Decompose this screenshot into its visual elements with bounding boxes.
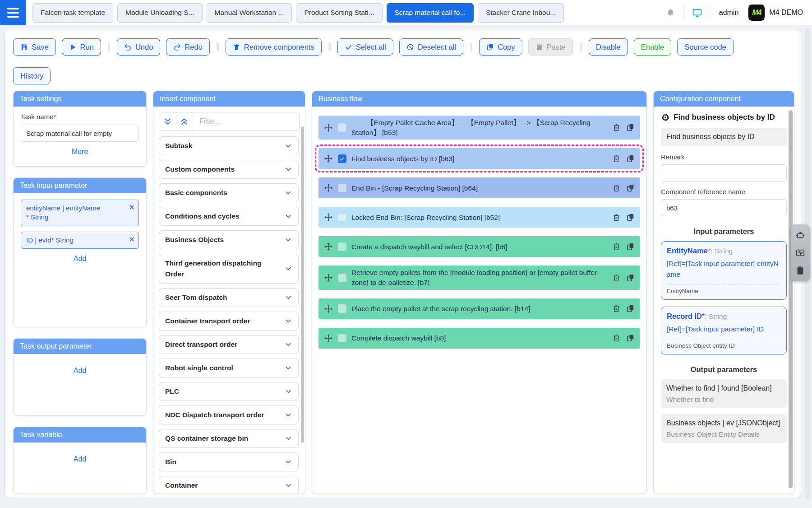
tab-stacker-crane-inbound[interactable]: Stacker Crane Inbou... (478, 3, 564, 23)
category-custom-components[interactable]: Custom components (159, 160, 299, 179)
add-input-param-link[interactable]: Add (21, 255, 139, 263)
copy-step-icon[interactable] (626, 242, 635, 251)
copy-step-icon[interactable] (626, 123, 635, 132)
flow-step-b6[interactable]: Create a dispatch waybill and select [CD… (318, 236, 640, 257)
category-subtask[interactable]: Subtask (159, 136, 299, 155)
input-param-entityname-card[interactable]: EntityName*: String [Ref]=[Task input pa… (661, 241, 787, 300)
category-container-transport-order[interactable]: Container transport order (159, 312, 299, 331)
step-checkbox[interactable] (338, 213, 346, 222)
filter-input[interactable] (193, 112, 299, 130)
copy-step-icon[interactable] (626, 184, 635, 192)
redo-button[interactable]: Redo (166, 38, 209, 56)
history-button[interactable]: History (13, 67, 51, 84)
insert-panel-scrollbar[interactable] (301, 126, 304, 443)
delete-step-icon[interactable] (612, 242, 621, 251)
monitor-button[interactable] (683, 5, 710, 20)
notifications-button[interactable] (658, 5, 683, 20)
move-icon[interactable] (324, 273, 333, 282)
step-checkbox[interactable] (338, 242, 346, 251)
save-button[interactable]: Save (13, 38, 56, 56)
category-business-objects[interactable]: Business Objects (159, 230, 299, 249)
remove-param-icon[interactable] (129, 204, 135, 210)
copy-step-icon[interactable] (626, 154, 635, 163)
move-icon[interactable] (324, 213, 333, 222)
task-name-input[interactable] (21, 125, 139, 142)
clipboard-tool-icon[interactable] (795, 266, 805, 275)
tab-product-sorting[interactable]: Product Sorting Stati... (296, 3, 382, 23)
remark-input[interactable] (661, 164, 787, 182)
user-menu[interactable]: admin (710, 5, 747, 20)
copy-button[interactable]: Copy (479, 38, 522, 56)
disable-button[interactable]: Disable (589, 38, 628, 56)
delete-step-icon[interactable] (612, 123, 621, 132)
step-checkbox[interactable] (338, 274, 346, 282)
step-checkbox-checked[interactable] (338, 154, 346, 163)
category-qs-container-storage-bin[interactable]: QS container storage bin (159, 429, 299, 448)
step-checkbox[interactable] (338, 334, 346, 342)
component-reference-name-input[interactable] (661, 199, 787, 216)
input-param-record-id-card[interactable]: Record ID*: String [Ref]=[Task input par… (661, 307, 787, 354)
tab-module-unloading[interactable]: Module Unloading S... (117, 3, 203, 23)
remove-param-icon[interactable] (129, 236, 135, 242)
undo-button[interactable]: Undo (117, 38, 160, 56)
deselect-all-button[interactable]: Deselect all (399, 38, 463, 56)
flow-step-b7[interactable]: Retrieve empty pallets from the [module … (318, 266, 640, 289)
move-icon[interactable] (324, 304, 333, 313)
category-conditions-and-cycles[interactable]: Conditions and cycles (159, 207, 299, 226)
delete-step-icon[interactable] (612, 154, 621, 163)
add-output-param-link[interactable]: Add (21, 367, 139, 375)
move-icon[interactable] (324, 123, 333, 132)
robot-tool-icon[interactable] (795, 230, 805, 240)
run-button[interactable]: Run (62, 38, 101, 56)
move-icon[interactable] (324, 183, 333, 192)
flow-step-b52[interactable]: Locked End Bin: [Scrap Recycling Station… (318, 207, 640, 228)
source-code-button[interactable]: Source code (677, 38, 734, 56)
tab-falcon-task-template[interactable]: Falcon task template (32, 3, 113, 23)
category-ndc-dispatch-transport-order[interactable]: NDC Dispatch transport order (159, 405, 299, 424)
flow-step-b63-selected[interactable]: Find business objects by ID [b63] (318, 148, 640, 169)
paste-button[interactable]: Paste (528, 38, 573, 56)
remove-components-button[interactable]: Remove components (226, 38, 322, 56)
flow-step-b53[interactable]: 【Empty Pallet Cache Area】 -- 【Empty Pall… (318, 116, 640, 140)
move-icon[interactable] (324, 154, 333, 163)
flow-step-b64[interactable]: End Bin - [Scrap Recycling Station] [b64… (318, 177, 640, 198)
configuration-panel-scrollbar[interactable] (789, 110, 793, 488)
delete-step-icon[interactable] (612, 334, 621, 342)
move-icon[interactable] (324, 242, 333, 251)
delete-step-icon[interactable] (612, 184, 621, 192)
copy-step-icon[interactable] (626, 274, 635, 282)
delete-step-icon[interactable] (612, 213, 621, 222)
add-variable-link[interactable]: Add (21, 455, 139, 463)
copy-step-icon[interactable] (626, 213, 635, 222)
category-robot-single-control[interactable]: Robot single control (159, 359, 299, 378)
category-bin[interactable]: Bin (159, 452, 299, 471)
move-icon[interactable] (324, 334, 333, 343)
menu-button[interactable] (0, 0, 26, 25)
category-seer-tom-dispatch[interactable]: Seer Tom dispatch (159, 288, 299, 307)
step-checkbox[interactable] (338, 123, 346, 132)
monitor-pulse-tool-icon[interactable] (795, 248, 805, 258)
delete-step-icon[interactable] (612, 274, 621, 282)
flow-step-b8[interactable]: Complete dispatch waybill [b8] (318, 328, 640, 349)
delete-step-icon[interactable] (612, 304, 621, 313)
undo-icon (124, 43, 132, 51)
category-direct-transport-order[interactable]: Direct transport order (159, 335, 299, 354)
more-link[interactable]: More (21, 148, 139, 156)
tab-scrap-material-call[interactable]: Scrap material call fo... (387, 3, 474, 23)
step-checkbox[interactable] (338, 304, 346, 313)
collapse-all-button[interactable] (159, 112, 176, 130)
expand-all-button[interactable] (176, 112, 194, 130)
tab-manual-workstation[interactable]: Manual Workstation ... (207, 3, 292, 23)
input-param-chip-entityname[interactable]: entityName | entityName * String (21, 200, 139, 226)
category-third-gen-dispatching-order[interactable]: Third generation dispatching Order (159, 254, 299, 284)
select-all-button[interactable]: Select all (337, 38, 393, 56)
category-basic-components[interactable]: Basic components (159, 183, 299, 202)
category-plc[interactable]: PLC (159, 382, 299, 401)
copy-step-icon[interactable] (626, 304, 635, 313)
copy-step-icon[interactable] (626, 334, 635, 342)
flow-step-b14[interactable]: Place the empty pallet at the scrap recy… (318, 298, 640, 319)
enable-button[interactable]: Enable (634, 38, 671, 56)
step-checkbox[interactable] (338, 184, 346, 192)
category-container[interactable]: Container (159, 476, 299, 494)
input-param-chip-id[interactable]: ID | evId* String (21, 232, 139, 249)
